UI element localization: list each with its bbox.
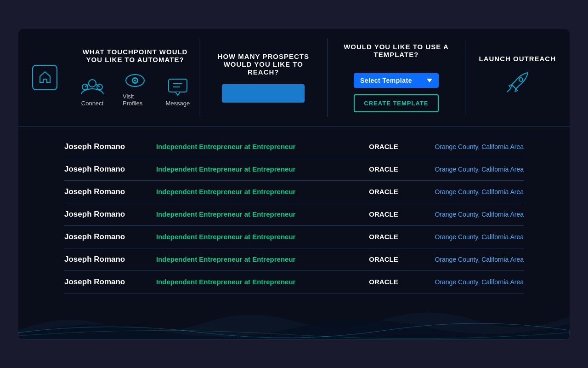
- visit-item[interactable]: Visit Profiles: [123, 72, 147, 107]
- table-row[interactable]: Joseph Romano Independent Entrepreneur a…: [64, 181, 524, 203]
- rocket-icon: [503, 68, 532, 98]
- connect-label: Connect: [81, 100, 103, 107]
- row-location: Orange County, California Area: [413, 211, 524, 218]
- table-row[interactable]: Joseph Romano Independent Entrepreneur a…: [64, 271, 524, 293]
- row-location: Orange County, California Area: [413, 188, 524, 196]
- row-name: Joseph Romano: [64, 142, 156, 151]
- row-location: Orange County, California Area: [413, 143, 524, 150]
- header-section: WHAT TOUCHPOINT WOULD YOU LIKE TO AUTOMA…: [18, 29, 570, 126]
- row-name: Joseph Romano: [64, 165, 156, 174]
- row-title: Independent Entrepreneur at Entrepreneur: [156, 188, 354, 196]
- svg-point-12: [519, 78, 523, 81]
- message-label: Message: [165, 100, 190, 107]
- row-name: Joseph Romano: [64, 232, 156, 242]
- row-title: Independent Entrepreneur at Entrepreneur: [156, 255, 354, 263]
- table-row[interactable]: Joseph Romano Independent Entrepreneur a…: [64, 226, 524, 248]
- create-template-button[interactable]: CREATE TEMPLATE: [354, 94, 439, 112]
- svg-point-8: [134, 80, 136, 81]
- row-title: Independent Entrepreneur at Entrepreneur: [156, 278, 354, 286]
- dropdown-arrow-icon: [427, 79, 432, 82]
- row-company: ORACLE: [354, 233, 413, 241]
- prospects-title: HOW MANY PROSPECTS WOULD YOU LIKE TO REA…: [209, 52, 318, 76]
- template-section: WOULD YOU LIKE TO USE A TEMPLATE? Select…: [328, 38, 465, 117]
- select-template-button[interactable]: Select Template: [354, 73, 439, 88]
- home-icon: [38, 70, 52, 85]
- svg-rect-9: [169, 79, 187, 92]
- row-title: Independent Entrepreneur at Entrepreneur: [156, 143, 354, 150]
- row-company: ORACLE: [354, 255, 413, 263]
- row-location: Orange County, California Area: [413, 256, 524, 263]
- template-title: WOULD YOU LIKE TO USE A TEMPLATE?: [341, 43, 451, 58]
- home-button[interactable]: [32, 65, 57, 90]
- row-location: Orange County, California Area: [413, 166, 524, 173]
- table-row[interactable]: Joseph Romano Independent Entrepreneur a…: [64, 248, 524, 271]
- row-company: ORACLE: [354, 165, 413, 173]
- main-container: WHAT TOUCHPOINT WOULD YOU LIKE TO AUTOMA…: [18, 29, 570, 339]
- row-name: Joseph Romano: [64, 187, 156, 196]
- message-item[interactable]: Message: [165, 78, 190, 107]
- visit-label: Visit Profiles: [123, 93, 147, 107]
- prospects-section: HOW MANY PROSPECTS WOULD YOU LIKE TO REA…: [199, 38, 328, 117]
- message-icon: [167, 78, 188, 96]
- row-title: Independent Entrepreneur at Entrepreneur: [156, 165, 354, 173]
- connect-icon: [80, 77, 104, 96]
- row-name: Joseph Romano: [64, 210, 156, 219]
- row-company: ORACLE: [354, 143, 413, 150]
- home-section: [18, 38, 71, 117]
- row-title: Independent Entrepreneur at Entrepreneur: [156, 233, 354, 241]
- row-company: ORACLE: [354, 278, 413, 286]
- visit-icon: [125, 72, 145, 89]
- create-template-label: CREATE TEMPLATE: [364, 100, 428, 107]
- row-location: Orange County, California Area: [413, 233, 524, 241]
- wave-svg: [18, 303, 570, 339]
- svg-point-0: [89, 80, 96, 87]
- prospects-input[interactable]: [222, 84, 305, 103]
- launch-section: LAUNCH OUTREACH: [465, 38, 570, 117]
- launch-rocket-button[interactable]: [503, 68, 532, 100]
- touchpoint-title: WHAT TOUCHPOINT WOULD YOU LIKE TO AUTOMA…: [80, 48, 190, 63]
- row-location: Orange County, California Area: [413, 278, 524, 286]
- row-title: Independent Entrepreneur at Entrepreneur: [156, 210, 354, 218]
- connect-item[interactable]: Connect: [80, 77, 104, 107]
- touchpoint-section: WHAT TOUCHPOINT WOULD YOU LIKE TO AUTOMA…: [71, 38, 199, 117]
- row-company: ORACLE: [354, 210, 413, 218]
- table-section: Joseph Romano Independent Entrepreneur a…: [18, 126, 570, 303]
- table-row[interactable]: Joseph Romano Independent Entrepreneur a…: [64, 158, 524, 181]
- touchpoint-icons: Connect Visit Profiles: [80, 72, 190, 107]
- row-name: Joseph Romano: [64, 255, 156, 264]
- table-row[interactable]: Joseph Romano Independent Entrepreneur a…: [64, 203, 524, 226]
- row-company: ORACLE: [354, 188, 413, 196]
- wave-decoration: [18, 303, 570, 339]
- row-name: Joseph Romano: [64, 277, 156, 287]
- select-template-label: Select Template: [360, 77, 412, 84]
- launch-title: LAUNCH OUTREACH: [479, 55, 556, 63]
- table-row[interactable]: Joseph Romano Independent Entrepreneur a…: [64, 136, 524, 158]
